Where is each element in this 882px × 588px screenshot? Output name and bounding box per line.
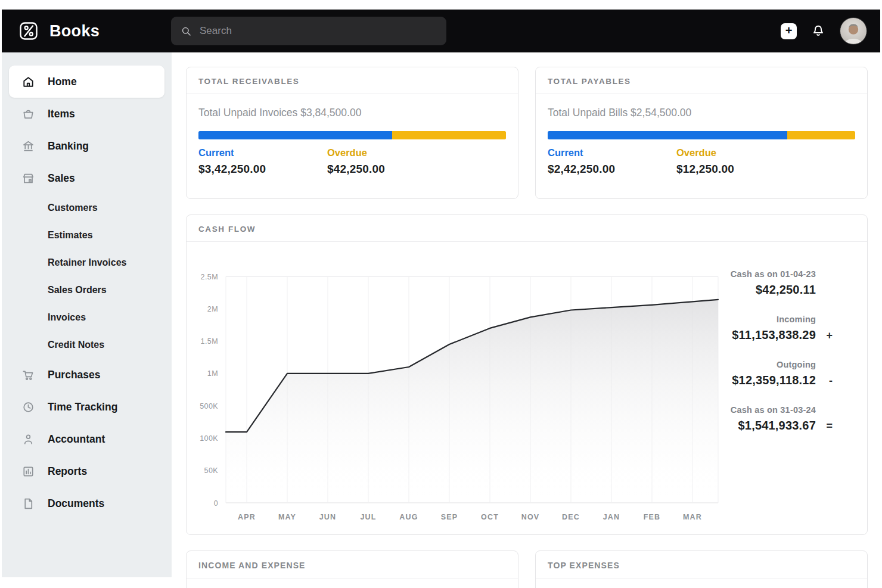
sidebar-item-label: Sales xyxy=(48,172,75,185)
sidebar-item-label: Reports xyxy=(48,465,87,478)
card-title: INCOME AND EXPENSE xyxy=(187,551,518,578)
x-tick-label: MAY xyxy=(278,513,296,521)
x-tick-label: APR xyxy=(238,513,256,521)
topbar: Books + xyxy=(2,10,880,52)
overdue-value: $12,250.00 xyxy=(676,163,805,176)
y-tick-label: 500K xyxy=(200,402,218,410)
x-tick-label: JUN xyxy=(319,513,337,521)
sidebar-item-label: Documents xyxy=(48,497,104,510)
y-tick-label: 100K xyxy=(200,434,218,443)
sidebar-item-label: Time Tracking xyxy=(48,401,117,413)
y-tick-label: 2M xyxy=(207,305,218,313)
storefront-icon xyxy=(21,172,35,185)
sidebar-item-time-tracking[interactable]: Time Tracking xyxy=(9,391,164,423)
sidebar-item-accountant[interactable]: Accountant xyxy=(9,423,164,455)
search-icon xyxy=(181,26,192,37)
sidebar-item-sales-orders[interactable]: Sales Orders xyxy=(9,276,164,304)
payables-progress-bar xyxy=(548,131,855,139)
cashflow-chart: APRMAYJUNJULAUGSEPOCTNOVDECJANFEBMAR2.5M… xyxy=(187,242,722,522)
books-logo-icon xyxy=(18,20,41,42)
plus-icon: + xyxy=(785,24,793,36)
y-tick-label: 1M xyxy=(207,369,218,378)
card-title: TOTAL PAYABLES xyxy=(536,67,867,94)
sidebar-item-label: Home xyxy=(48,76,77,88)
current-value: $2,42,250.00 xyxy=(548,163,676,176)
sidebar: Home Items Banking Sale xyxy=(2,52,172,577)
unpaid-total: Total Unpaid Bills $2,54,500.00 xyxy=(548,107,855,119)
overdue-value: $42,250.00 xyxy=(327,163,456,176)
sidebar-item-label: Items xyxy=(48,108,75,120)
income-expense-card: INCOME AND EXPENSE xyxy=(186,550,518,588)
basket-icon xyxy=(21,107,35,121)
overdue-label: Overdue xyxy=(676,147,805,158)
sidebar-item-sales[interactable]: Sales xyxy=(9,162,164,194)
bar-chart-icon xyxy=(21,465,35,478)
y-tick-label: 0 xyxy=(214,499,218,508)
avatar[interactable] xyxy=(840,17,867,45)
search-input[interactable] xyxy=(198,24,437,38)
unpaid-total: Total Unpaid Invoices $3,84,500.00 xyxy=(198,107,506,119)
y-tick-label: 1.5M xyxy=(201,337,218,346)
current-segment xyxy=(548,131,787,139)
stat-amount: $42,250.11 xyxy=(756,283,816,297)
bell-icon xyxy=(810,23,826,39)
overdue-segment xyxy=(392,131,506,139)
x-tick-label: FEB xyxy=(644,513,661,521)
cashflow-area-fill xyxy=(226,300,718,503)
overdue-segment xyxy=(787,131,855,139)
x-tick-label: JAN xyxy=(603,513,620,521)
clock-icon xyxy=(21,400,35,414)
search-box[interactable] xyxy=(171,17,446,45)
current-value: $3,42,250.00 xyxy=(198,163,327,176)
topbar-actions: + xyxy=(781,17,880,45)
card-title: TOTAL RECEIVABLES xyxy=(187,67,518,94)
dashboard: TOTAL RECEIVABLES Total Unpaid Invoices … xyxy=(186,67,868,588)
notifications-button[interactable] xyxy=(810,23,826,39)
x-tick-label: DEC xyxy=(562,513,580,521)
x-tick-label: NOV xyxy=(521,513,540,521)
top-expenses-card: TOP EXPENSES xyxy=(535,550,868,588)
sidebar-item-purchases[interactable]: Purchases xyxy=(9,359,164,391)
sidebar-item-invoices[interactable]: Invoices xyxy=(9,304,164,331)
sidebar-item-retainer-invoices[interactable]: Retainer Invoices xyxy=(9,249,164,276)
sidebar-item-reports[interactable]: Reports xyxy=(9,455,164,487)
stat-label: Incoming xyxy=(722,315,816,324)
outgoing-block: Outgoing $12,359,118.12 - xyxy=(722,360,833,387)
receivables-progress-bar xyxy=(198,131,506,139)
sidebar-item-credit-notes[interactable]: Credit Notes xyxy=(9,331,164,359)
stat-operator: + xyxy=(816,329,833,342)
brand: Books xyxy=(2,20,156,42)
sidebar-item-documents[interactable]: Documents xyxy=(9,487,164,519)
sidebar-item-customers[interactable]: Customers xyxy=(9,194,164,222)
app-title: Books xyxy=(49,22,100,41)
stat-label: Cash as on 31-03-24 xyxy=(722,405,816,415)
stat-operator: = xyxy=(816,420,833,433)
cash-flow-card: CASH FLOW APRMAYJUNJULAUGSEPOCTNOVDECJAN… xyxy=(186,214,868,535)
overdue-label: Overdue xyxy=(327,147,456,158)
x-tick-label: MAR xyxy=(683,513,702,521)
sidebar-item-estimates[interactable]: Estimates xyxy=(9,222,164,249)
incoming-block: Incoming $11,153,838.29 + xyxy=(722,315,833,342)
cashflow-summary: Cash as on 01-04-23 $42,250.11 Incoming … xyxy=(722,242,867,522)
y-tick-label: 50K xyxy=(204,466,219,475)
total-payables-card: TOTAL PAYABLES Total Unpaid Bills $2,54,… xyxy=(535,67,868,199)
sidebar-item-home[interactable]: Home xyxy=(9,66,164,98)
stat-operator: - xyxy=(816,375,833,387)
y-tick-label: 2.5M xyxy=(201,273,218,281)
sidebar-item-banking[interactable]: Banking xyxy=(9,130,164,162)
total-receivables-card: TOTAL RECEIVABLES Total Unpaid Invoices … xyxy=(186,67,518,199)
cash-opening-block: Cash as on 01-04-23 $42,250.11 xyxy=(722,269,833,297)
sidebar-item-items[interactable]: Items xyxy=(9,98,164,130)
x-tick-label: AUG xyxy=(399,513,418,521)
stat-amount: $12,359,118.12 xyxy=(732,374,816,387)
stat-amount: $1,541,933.67 xyxy=(738,419,816,433)
stat-label: Cash as on 01-04-23 xyxy=(722,269,816,279)
current-label: Current xyxy=(548,147,676,158)
cart-icon xyxy=(21,368,35,382)
quick-create-button[interactable]: + xyxy=(781,23,797,39)
stat-amount: $11,153,838.29 xyxy=(732,328,816,342)
sidebar-item-label: Banking xyxy=(48,140,89,153)
person-icon xyxy=(21,433,35,446)
home-icon xyxy=(21,75,35,89)
current-label: Current xyxy=(198,147,327,158)
